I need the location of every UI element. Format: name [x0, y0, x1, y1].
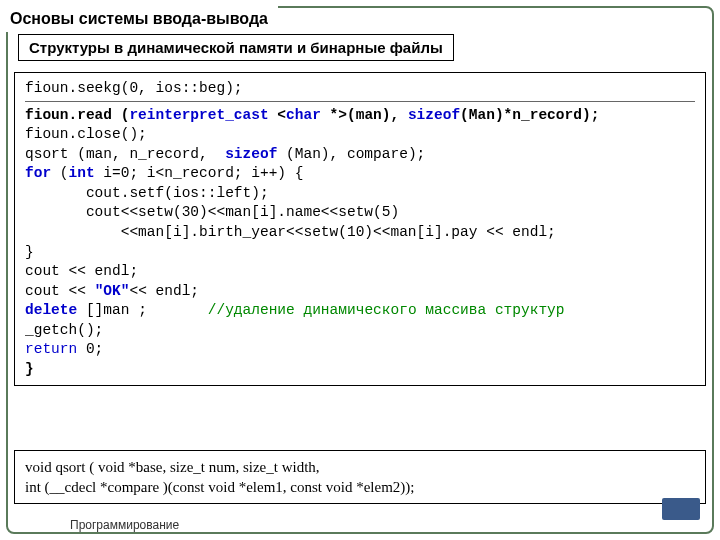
code-line: <<man[i].birth_year<<setw(10)<<man[i].pa…: [25, 224, 556, 240]
code-line: << endl;: [129, 283, 199, 299]
code-line: cout<<setw(30)<<man[i].name<<setw(5): [25, 204, 399, 220]
code-line: _getch();: [25, 322, 103, 338]
keyword: delete: [25, 302, 77, 318]
keyword: for: [25, 165, 51, 181]
comment: //удаление динамического массива структу…: [208, 302, 565, 318]
footer-signature: void qsort ( void *base, size_t num, siz…: [14, 450, 706, 505]
code-line: (: [51, 165, 68, 181]
divider: [25, 101, 695, 102]
keyword: int: [69, 165, 95, 181]
footer-caption: Программирование: [70, 518, 179, 532]
code-line: cout << endl;: [25, 263, 138, 279]
string: "OK": [95, 283, 130, 299]
slide-title: Основы системы ввода-вывода: [6, 6, 278, 32]
keyword: sizeof: [225, 146, 277, 162]
code-line: qsort (man, n_record,: [25, 146, 225, 162]
keyword: reinterpret_cast: [129, 107, 268, 123]
code-line: cout.setf(ios::left);: [25, 185, 269, 201]
footer-line: int (__cdecl *compare )(const void *elem…: [25, 477, 695, 497]
code-line: cout <<: [25, 283, 95, 299]
code-line: (Man)*n_record);: [460, 107, 599, 123]
code-line: []man ;: [77, 302, 208, 318]
keyword: sizeof: [408, 107, 460, 123]
subtitle-box: Структуры в динамической памяти и бинарн…: [18, 34, 454, 61]
keyword: return: [25, 341, 77, 357]
code-line: }: [25, 244, 34, 260]
code-line: 0;: [77, 341, 103, 357]
slide-icon: [662, 498, 700, 520]
code-line: fioun.read (: [25, 107, 129, 123]
code-line: }: [25, 361, 34, 377]
code-line: (Man), compare);: [277, 146, 425, 162]
keyword: char: [286, 107, 321, 123]
code-line: fioun.close();: [25, 126, 147, 142]
code-line: fioun.seekg(0, ios::beg);: [25, 80, 243, 96]
code-line: *>(man),: [321, 107, 408, 123]
code-line: i=0; i<n_record; i++) {: [95, 165, 304, 181]
code-line: <: [269, 107, 286, 123]
code-block: fioun.seekg(0, ios::beg); fioun.read (re…: [14, 72, 706, 386]
footer-line: void qsort ( void *base, size_t num, siz…: [25, 457, 695, 477]
